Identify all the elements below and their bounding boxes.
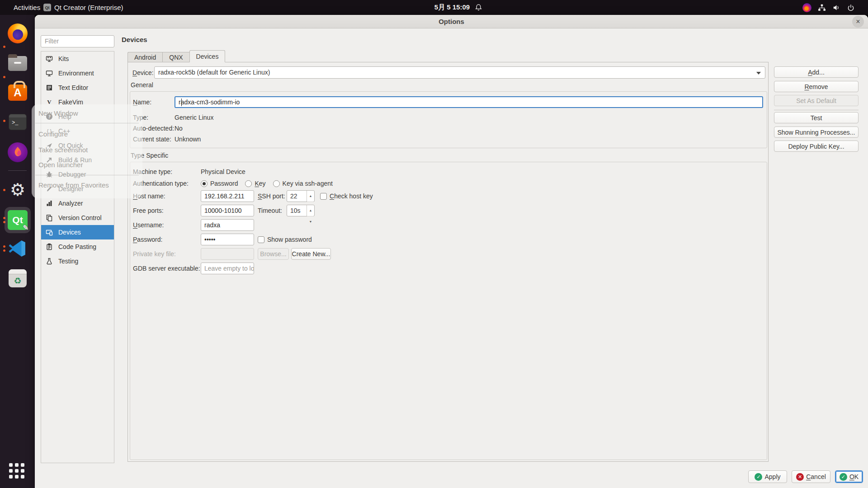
trash-icon: ♻ <box>9 269 27 287</box>
fakevim-icon: V <box>46 99 53 106</box>
tab-devices[interactable]: Devices <box>189 50 226 62</box>
check-host-key-box-icon <box>320 193 327 200</box>
radio-key-icon <box>245 180 252 187</box>
volume-icon <box>832 4 840 12</box>
sidebar-item-version-control[interactable]: Version Control <box>41 211 114 225</box>
sidebar-item-cpp[interactable]: { } C++ <box>41 124 114 138</box>
show-password-checkbox[interactable]: Show password <box>258 236 312 243</box>
kits-icon <box>46 55 53 62</box>
dock-item-terminal[interactable]: >_ <box>7 112 28 132</box>
show-password-box-icon <box>258 236 264 243</box>
filter-placeholder: Filter <box>45 38 59 45</box>
dock-item-vscode[interactable] <box>7 238 28 259</box>
focused-app-title: Qt Creator (Enterprise) <box>54 4 123 11</box>
test-button[interactable]: Test <box>774 112 859 123</box>
dialog-titlebar[interactable]: Options × <box>35 15 868 28</box>
tab-android[interactable]: Android <box>127 52 162 62</box>
sidebar-item-fakevim[interactable]: V FakeVim <box>41 95 114 109</box>
sidebar-item-designer[interactable]: Designer <box>41 182 114 196</box>
version-control-icon <box>46 214 53 221</box>
ok-button[interactable]: ✓ OK <box>835 470 863 483</box>
radio-password[interactable]: Password <box>201 180 238 187</box>
vscode-icon <box>8 239 27 258</box>
authentication-type-label: Authentication type: <box>133 180 201 187</box>
dock-item-trash[interactable]: ♻ <box>7 268 28 289</box>
terminal-icon: >_ <box>9 114 27 130</box>
terminal-running-dot <box>3 120 5 122</box>
check-host-key-checkbox[interactable]: Check host key <box>320 192 373 200</box>
sidebar-item-testing[interactable]: Testing <box>41 254 114 268</box>
username-input[interactable]: radxa <box>201 219 254 231</box>
autodetected-label: Auto-detected: <box>133 125 175 132</box>
current-state-label: Current state: <box>133 136 175 143</box>
activities-button[interactable]: Activities <box>10 0 44 15</box>
radio-key-via-ssh-agent[interactable]: Key via ssh-agent <box>273 180 333 187</box>
show-running-processes-button[interactable]: Show Running Processes... <box>774 127 859 138</box>
remove-button[interactable]: Remove <box>774 81 859 92</box>
sidebar-item-kits[interactable]: Kits <box>41 52 114 66</box>
private-key-file-label: Private key file: <box>133 250 201 258</box>
environment-icon <box>46 70 53 77</box>
flame-app-icon <box>8 142 28 162</box>
sidebar-item-qt-quick[interactable]: Qt Quick <box>41 138 114 153</box>
close-button[interactable]: × <box>852 16 864 28</box>
autodetected-value: No <box>175 125 183 132</box>
ok-check-icon: ✓ <box>840 473 847 481</box>
dock-item-ubuntu-software[interactable]: A <box>7 81 28 102</box>
chevron-down-icon <box>756 72 761 75</box>
spinner-arrows-icon[interactable]: ▲▼ <box>307 191 314 202</box>
clock-menu[interactable]: 5月 5 15:09 <box>420 0 484 15</box>
tab-qnx[interactable]: QNX <box>162 52 189 62</box>
deploy-public-key-button[interactable]: Deploy Public Key... <box>774 141 859 152</box>
ssh-port-spinner[interactable]: 22 ▲▼ <box>287 190 315 202</box>
radio-key[interactable]: Key <box>245 180 265 187</box>
add-button[interactable]: Add... <box>774 66 859 78</box>
sidebar-item-help[interactable]: ? Help <box>41 109 114 124</box>
gdb-server-label: GDB server executable: <box>133 265 201 272</box>
machine-type-value: Physical Device <box>201 168 245 175</box>
designer-icon <box>46 185 53 192</box>
device-name-input[interactable]: radxa-cm3-sodimm-io <box>175 96 763 108</box>
gdb-server-input[interactable]: Leave empty to lo… <box>201 263 254 274</box>
vscode-running-dots <box>3 245 5 252</box>
files-running-dot <box>3 76 5 78</box>
radio-password-icon <box>201 180 208 187</box>
focused-app-menu[interactable]: Qt Qt Creator (Enterprise) <box>43 0 123 15</box>
dock-item-files[interactable] <box>7 53 28 74</box>
cancel-cross-icon: ✕ <box>796 473 804 481</box>
app-indicator-flame-icon <box>802 3 811 12</box>
password-input[interactable]: ••••• <box>201 234 254 245</box>
host-name-label: Host name: <box>133 192 201 200</box>
debugger-icon <box>46 171 53 178</box>
sidebar-item-debugger[interactable]: Debugger <box>41 167 114 182</box>
sidebar-item-build-run[interactable]: Build & Run <box>41 153 114 167</box>
sidebar-item-environment[interactable]: Environment <box>41 66 114 80</box>
cancel-button[interactable]: ✕ Cancel <box>792 470 830 483</box>
dock-item-settings[interactable]: ⚙ <box>7 179 28 200</box>
general-group-title: General <box>131 81 153 89</box>
timeout-spinner[interactable]: 10s ▲▼ <box>287 205 315 216</box>
svg-text:?: ? <box>48 114 51 119</box>
system-status-area[interactable] <box>802 0 855 15</box>
dock-item-flame-app[interactable] <box>7 142 28 163</box>
dock-item-firefox[interactable] <box>7 23 28 44</box>
activities-label: Activities <box>14 4 40 11</box>
host-name-input[interactable]: 192.168.2.211 <box>201 190 254 202</box>
create-new-button[interactable]: Create New... <box>291 248 331 260</box>
browse-button: Browse... <box>258 248 289 260</box>
power-icon <box>847 4 855 12</box>
sidebar-item-code-pasting[interactable]: Code Pasting <box>41 239 114 254</box>
sidebar-item-text-editor[interactable]: Text Editor <box>41 80 114 95</box>
dock-divider <box>8 170 27 171</box>
apply-button[interactable]: ✓ Apply <box>748 470 787 483</box>
filter-input[interactable]: Filter <box>41 35 114 47</box>
free-ports-input[interactable]: 10000-10100 <box>201 205 254 216</box>
firefox-icon <box>8 23 28 43</box>
sidebar-item-analyzer[interactable]: Analyzer <box>41 196 114 211</box>
qt-creator-mini-icon: Qt <box>43 4 51 11</box>
device-combobox[interactable]: radxa-rock5b (default for Generic Linux) <box>154 66 765 79</box>
dock-item-qt-creator-active[interactable]: Qt✎ <box>5 207 31 233</box>
show-applications-button[interactable] <box>9 463 24 479</box>
spinner-arrows-icon[interactable]: ▲▼ <box>307 205 314 216</box>
sidebar-item-devices[interactable]: Devices <box>41 225 114 239</box>
